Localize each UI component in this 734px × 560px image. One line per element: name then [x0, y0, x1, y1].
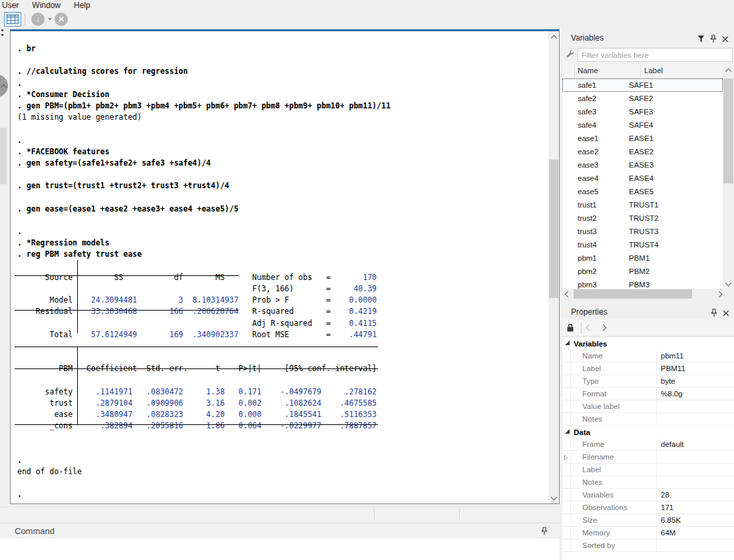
property-row[interactable]: Notes: [562, 476, 734, 489]
property-row[interactable]: Label: [562, 464, 734, 476]
strip-scrollbar-thumb[interactable]: [0, 128, 7, 184]
forward-button[interactable]: [600, 325, 607, 331]
scroll-up-arrow[interactable]: [723, 66, 733, 76]
property-row[interactable]: Variables28: [562, 489, 734, 501]
variable-name: ease1: [562, 134, 629, 142]
status-divider: [459, 509, 460, 521]
output-line: .: [17, 455, 391, 466]
do-button[interactable]: ↓: [31, 13, 45, 26]
variable-row[interactable]: ease2EASE2: [562, 145, 723, 158]
variable-name: trust2: [562, 214, 629, 222]
scroll-up-arrow[interactable]: [548, 33, 559, 43]
command-input[interactable]: [0, 539, 560, 560]
variable-row[interactable]: ease4EASE4: [562, 172, 723, 185]
section-header[interactable]: Variables: [562, 337, 734, 350]
variable-label: SAFE2: [629, 94, 653, 102]
properties-panel-icons: [711, 309, 729, 317]
do-dropdown-caret-icon[interactable]: [48, 18, 52, 21]
column-header-label[interactable]: Label: [644, 67, 663, 74]
variable-label: SAFE3: [629, 108, 653, 116]
wrench-icon[interactable]: [565, 49, 575, 59]
variable-row[interactable]: ease1EASE1: [562, 132, 723, 145]
data-browser-button[interactable]: [4, 12, 21, 27]
column-header-name[interactable]: Name: [578, 67, 598, 74]
x-icon: ✕: [58, 15, 65, 24]
break-button[interactable]: ✕: [55, 13, 68, 26]
pin-icon[interactable]: [710, 35, 717, 43]
variable-row[interactable]: ease5EASE5: [562, 185, 723, 198]
variable-row[interactable]: trust1TRUST1: [562, 198, 723, 211]
variable-row[interactable]: pbm1PBM1: [562, 251, 723, 265]
output-line: Residual 33.3030468 166 .200620764 R-squ…: [17, 306, 391, 317]
pin-icon[interactable]: [711, 309, 717, 317]
scrollbar-thumb[interactable]: [574, 289, 692, 299]
section-header[interactable]: Data: [562, 426, 734, 438]
table-rule-line: [15, 368, 378, 369]
property-label: Filename: [570, 451, 657, 463]
property-row[interactable]: Format%8.0g: [562, 388, 734, 400]
scroll-right-arrow[interactable]: [713, 289, 724, 299]
property-row[interactable]: Size6.85K: [562, 514, 734, 527]
property-row[interactable]: Observations171: [562, 501, 734, 514]
property-row[interactable]: Framedefault: [562, 438, 734, 451]
filter-icon[interactable]: [697, 35, 705, 43]
property-row[interactable]: Memory64M: [562, 527, 734, 539]
property-row[interactable]: Sorted by: [562, 539, 734, 552]
scroll-down-arrow[interactable]: [723, 277, 733, 288]
variable-row[interactable]: safe3SAFE3: [562, 105, 723, 118]
back-button[interactable]: [586, 325, 593, 331]
property-value: 64M: [657, 529, 675, 537]
variable-row[interactable]: safe1SAFE1: [562, 78, 723, 92]
pin-icon[interactable]: [541, 527, 548, 535]
table-rule-line: [15, 310, 239, 311]
scrollbar-thumb[interactable]: [549, 160, 558, 298]
variable-row[interactable]: trust4TRUST4: [562, 238, 723, 251]
status-bar: [0, 507, 560, 521]
variable-row[interactable]: trust3TRUST3: [562, 225, 723, 238]
close-icon[interactable]: [723, 310, 729, 317]
lock-icon[interactable]: [566, 323, 574, 332]
variable-name: ease3: [562, 161, 629, 169]
property-row[interactable]: Namepbm11: [562, 350, 734, 362]
properties-toolbar: [562, 319, 734, 337]
variables-filter-input[interactable]: [578, 48, 733, 62]
toolbar-separator: [25, 13, 25, 25]
variable-name: ease5: [562, 188, 629, 196]
property-row[interactable]: Notes: [562, 413, 734, 426]
property-row[interactable]: Filename: [562, 451, 734, 464]
property-label: Value label: [570, 400, 657, 412]
properties-panel-title: Properties: [571, 307, 608, 317]
variables-vscrollbar[interactable]: [723, 65, 734, 289]
scrollbar-thumb[interactable]: [723, 78, 733, 184]
results-scrollbar[interactable]: [548, 31, 559, 503]
scroll-down-arrow[interactable]: [548, 491, 559, 502]
variable-row[interactable]: safe2SAFE2: [562, 92, 723, 105]
variable-label: PBM3: [629, 281, 649, 289]
property-row[interactable]: LabelPBM11: [562, 362, 734, 375]
property-row[interactable]: Typebyte: [562, 375, 734, 388]
variable-name: safe1: [562, 81, 629, 89]
variable-row[interactable]: pbm3PBM3: [562, 278, 723, 289]
expand-arrow-icon[interactable]: [564, 455, 568, 460]
table-divider-line: [77, 260, 78, 333]
variable-name: pbm1: [562, 254, 629, 262]
table-rule-line: [15, 424, 378, 425]
close-icon[interactable]: [722, 36, 729, 43]
variables-hscrollbar[interactable]: [562, 289, 734, 299]
output-line: [17, 169, 391, 180]
scroll-left-arrow[interactable]: [562, 289, 573, 299]
menu-item-help[interactable]: Help: [67, 0, 97, 11]
variable-row[interactable]: safe4SAFE4: [562, 118, 723, 132]
variable-row[interactable]: ease3EASE3: [562, 158, 723, 172]
left-collapsed-panel-strip[interactable]: [0, 28, 9, 560]
variable-row[interactable]: trust2TRUST2: [562, 211, 723, 225]
variables-column-header[interactable]: Name Label: [562, 65, 723, 78]
property-row[interactable]: Value label: [562, 400, 734, 413]
menu-item-window[interactable]: Window: [25, 0, 67, 11]
variable-row[interactable]: pbm2PBM2: [562, 265, 723, 278]
variable-name: safe2: [562, 94, 629, 102]
output-line: . //calculating scores for regression: [17, 66, 391, 77]
property-label: Variables: [570, 489, 657, 501]
menu-item-user[interactable]: User: [0, 0, 25, 11]
property-label: Label: [570, 464, 657, 476]
